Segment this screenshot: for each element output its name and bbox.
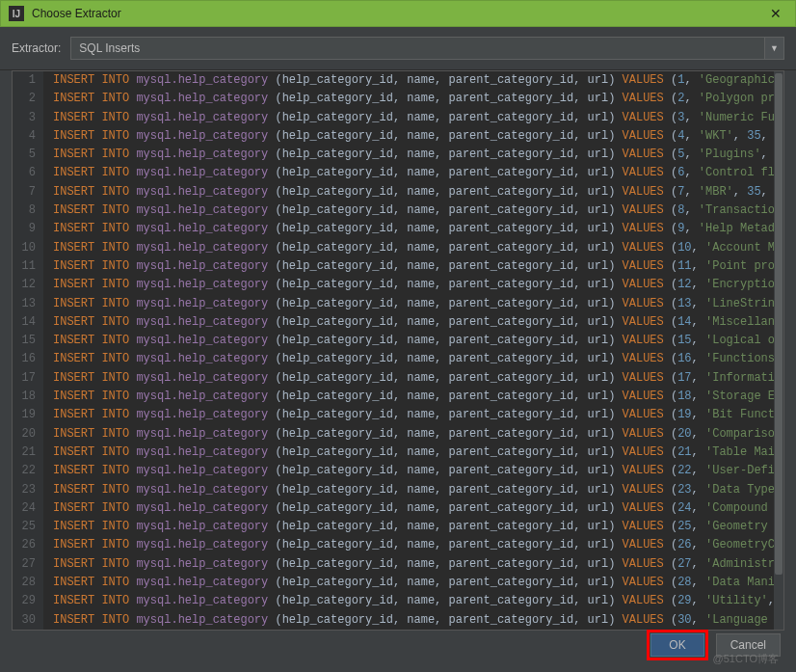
line-number: 26 — [13, 536, 43, 554]
code-line: 20INSERT INTO mysql.help_category (help_… — [13, 425, 783, 444]
code-text: INSERT INTO mysql.help_category (help_ca… — [43, 90, 783, 108]
code-line: 15INSERT INTO mysql.help_category (help_… — [13, 332, 783, 350]
line-number: 22 — [13, 462, 43, 480]
line-number: 28 — [13, 574, 43, 592]
code-text: INSERT INTO mysql.help_category (help_ca… — [43, 388, 783, 406]
line-number: 12 — [13, 276, 43, 294]
code-text: INSERT INTO mysql.help_category (help_ca… — [43, 127, 783, 146]
extractor-dropdown[interactable]: SQL Inserts ▼ — [70, 37, 784, 60]
line-number: 17 — [13, 369, 43, 388]
code-line: 30INSERT INTO mysql.help_category (help_… — [13, 611, 783, 630]
code-line: 7INSERT INTO mysql.help_category (help_c… — [13, 183, 783, 202]
code-text: INSERT INTO mysql.help_category (help_ca… — [43, 257, 783, 276]
line-number: 9 — [13, 220, 43, 238]
code-text: INSERT INTO mysql.help_category (help_ca… — [43, 183, 783, 202]
line-number: 16 — [13, 350, 43, 368]
code-line: 18INSERT INTO mysql.help_category (help_… — [13, 388, 783, 406]
extractor-value: SQL Inserts — [79, 41, 760, 55]
code-text: INSERT INTO mysql.help_category (help_ca… — [43, 499, 783, 518]
line-number: 19 — [13, 406, 43, 424]
line-number: 21 — [13, 444, 43, 462]
line-number: 5 — [13, 146, 43, 164]
watermark: @51CTO博客 — [713, 652, 779, 666]
code-line: 14INSERT INTO mysql.help_category (help_… — [13, 313, 783, 332]
line-number: 27 — [13, 555, 43, 574]
code-text: INSERT INTO mysql.help_category (help_ca… — [43, 462, 783, 480]
scrollbar-thumb[interactable] — [775, 73, 783, 575]
code-line: 6INSERT INTO mysql.help_category (help_c… — [13, 164, 783, 182]
ok-highlight: OK — [647, 630, 707, 660]
code-text: INSERT INTO mysql.help_category (help_ca… — [43, 146, 783, 164]
line-number: 15 — [13, 332, 43, 350]
code-line: 16INSERT INTO mysql.help_category (help_… — [13, 350, 783, 368]
code-line: 10INSERT INTO mysql.help_category (help_… — [13, 239, 783, 257]
code-line: 8INSERT INTO mysql.help_category (help_c… — [13, 202, 783, 220]
line-number: 1 — [13, 71, 43, 90]
ok-button[interactable]: OK — [650, 633, 703, 657]
code-text: INSERT INTO mysql.help_category (help_ca… — [43, 295, 783, 313]
chevron-down-icon: ▼ — [764, 38, 783, 59]
scrollbar-track[interactable] — [774, 71, 783, 630]
code-text: INSERT INTO mysql.help_category (help_ca… — [43, 611, 783, 630]
code-text: INSERT INTO mysql.help_category (help_ca… — [43, 71, 783, 90]
line-number: 14 — [13, 313, 43, 332]
code-line: 21INSERT INTO mysql.help_category (help_… — [13, 444, 783, 462]
code-line: 4INSERT INTO mysql.help_category (help_c… — [13, 127, 783, 146]
code-line: 22INSERT INTO mysql.help_category (help_… — [13, 462, 783, 480]
titlebar: IJ Choose Extractor ✕ — [0, 0, 796, 27]
extractor-row: Extractor: SQL Inserts ▼ — [0, 27, 796, 70]
line-number: 24 — [13, 499, 43, 518]
code-text: INSERT INTO mysql.help_category (help_ca… — [43, 574, 783, 592]
close-icon[interactable]: ✕ — [764, 2, 787, 25]
code-lines: 1INSERT INTO mysql.help_category (help_c… — [13, 71, 783, 630]
extractor-label: Extractor: — [12, 41, 61, 55]
code-line: 2INSERT INTO mysql.help_category (help_c… — [13, 90, 783, 108]
line-number: 2 — [13, 90, 43, 108]
code-line: 23INSERT INTO mysql.help_category (help_… — [13, 481, 783, 499]
code-text: INSERT INTO mysql.help_category (help_ca… — [43, 313, 783, 332]
code-line: 29INSERT INTO mysql.help_category (help_… — [13, 592, 783, 610]
code-line: 26INSERT INTO mysql.help_category (help_… — [13, 536, 783, 554]
code-text: INSERT INTO mysql.help_category (help_ca… — [43, 425, 783, 444]
line-number: 7 — [13, 183, 43, 202]
code-text: INSERT INTO mysql.help_category (help_ca… — [43, 276, 783, 294]
line-number: 4 — [13, 127, 43, 146]
code-text: INSERT INTO mysql.help_category (help_ca… — [43, 518, 783, 536]
code-text: INSERT INTO mysql.help_category (help_ca… — [43, 555, 783, 574]
code-text: INSERT INTO mysql.help_category (help_ca… — [43, 239, 783, 257]
code-text: INSERT INTO mysql.help_category (help_ca… — [43, 350, 783, 368]
code-line: 25INSERT INTO mysql.help_category (help_… — [13, 518, 783, 536]
code-line: 1INSERT INTO mysql.help_category (help_c… — [13, 71, 783, 90]
code-text: INSERT INTO mysql.help_category (help_ca… — [43, 202, 783, 220]
code-text: INSERT INTO mysql.help_category (help_ca… — [43, 369, 783, 388]
code-line: 9INSERT INTO mysql.help_category (help_c… — [13, 220, 783, 238]
line-number: 30 — [13, 611, 43, 630]
code-text: INSERT INTO mysql.help_category (help_ca… — [43, 481, 783, 499]
code-line: 12INSERT INTO mysql.help_category (help_… — [13, 276, 783, 294]
code-line: 24INSERT INTO mysql.help_category (help_… — [13, 499, 783, 518]
code-line: 3INSERT INTO mysql.help_category (help_c… — [13, 109, 783, 127]
line-number: 20 — [13, 425, 43, 444]
line-number: 10 — [13, 239, 43, 257]
line-number: 6 — [13, 164, 43, 182]
code-line: 19INSERT INTO mysql.help_category (help_… — [13, 406, 783, 424]
code-line: 17INSERT INTO mysql.help_category (help_… — [13, 369, 783, 388]
code-text: INSERT INTO mysql.help_category (help_ca… — [43, 536, 783, 554]
code-text: INSERT INTO mysql.help_category (help_ca… — [43, 220, 783, 238]
line-number: 8 — [13, 202, 43, 220]
code-line: 11INSERT INTO mysql.help_category (help_… — [13, 257, 783, 276]
line-number: 25 — [13, 518, 43, 536]
line-number: 18 — [13, 388, 43, 406]
code-text: INSERT INTO mysql.help_category (help_ca… — [43, 592, 783, 610]
code-line: 5INSERT INTO mysql.help_category (help_c… — [13, 146, 783, 164]
line-number: 11 — [13, 257, 43, 276]
code-text: INSERT INTO mysql.help_category (help_ca… — [43, 332, 783, 350]
line-number: 3 — [13, 109, 43, 127]
window-title: Choose Extractor — [32, 7, 764, 20]
line-number: 23 — [13, 481, 43, 499]
code-line: 27INSERT INTO mysql.help_category (help_… — [13, 555, 783, 574]
app-icon: IJ — [9, 6, 24, 21]
line-number: 13 — [13, 295, 43, 313]
code-line: 28INSERT INTO mysql.help_category (help_… — [13, 574, 783, 592]
code-line: 13INSERT INTO mysql.help_category (help_… — [13, 295, 783, 313]
